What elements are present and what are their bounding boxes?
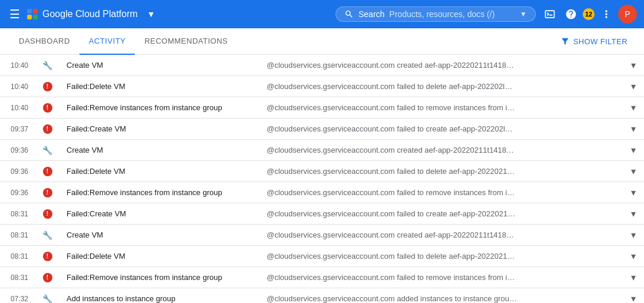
chevron-down-icon[interactable]: ▾ [631,294,636,303]
activity-content: 10:40🔧Create VM@cloudservices.gserviceac… [0,55,644,303]
search-chevron-icon: ▼ [520,10,527,18]
activity-icon-col: 🔧 [35,225,59,246]
expand-button[interactable]: ▾ [623,97,644,118]
chevron-down-icon[interactable]: ▾ [631,187,636,197]
activity-action: Failed:Delete VM [59,161,260,182]
activity-time: 09:36 [0,161,35,182]
expand-button[interactable]: ▾ [623,203,644,225]
show-filter-button[interactable]: SHOW FILTER [553,32,635,51]
expand-button[interactable]: ▾ [623,161,644,182]
activity-action: Failed:Remove instances from instance gr… [59,97,260,118]
activity-time: 10:40 [0,97,35,118]
show-filter-label: SHOW FILTER [573,37,628,46]
expand-button[interactable]: ▾ [623,288,644,304]
more-options-button[interactable] [597,5,616,24]
cloud-shell-button[interactable] [540,5,559,24]
expand-button[interactable]: ▾ [623,76,644,97]
expand-button[interactable]: ▾ [623,55,644,76]
table-row: 08:31🔧Create VM@cloudservices.gserviceac… [0,225,644,246]
activity-icon-col: ! [35,97,59,118]
search-icon [344,9,354,19]
project-dropdown-arrow: ▼ [147,9,155,19]
more-vert-icon [600,8,612,20]
expand-button[interactable]: ▾ [623,118,644,140]
activity-time: 09:36 [0,182,35,203]
activity-icon-col: 🔧 [35,55,59,76]
error-icon: ! [43,124,52,134]
chevron-down-icon[interactable]: ▾ [631,272,636,282]
tab-recommendations[interactable]: RECOMMENDATIONS [135,28,237,55]
chevron-down-icon[interactable]: ▾ [631,124,636,134]
chevron-down-icon[interactable]: ▾ [631,60,636,70]
error-icon: ! [43,82,52,91]
terminal-icon [544,8,556,20]
table-row: 10:40!Failed:Delete VM@cloudservices.gse… [0,76,644,97]
wrench-icon: 🔧 [42,146,52,155]
app-name: Google Cloud Platform [42,9,138,19]
expand-button[interactable]: ▾ [623,267,644,288]
activity-time: 08:31 [0,225,35,246]
activity-action: Add instances to instance group [59,288,260,304]
activity-time: 07:32 [0,288,35,304]
wrench-icon: 🔧 [42,61,52,70]
logo-dots-icon [27,9,38,19]
table-row: 08:31!Failed:Remove instances from insta… [0,267,644,288]
tab-dashboard[interactable]: DASHBOARD [9,28,79,55]
error-icon: ! [43,103,52,113]
activity-action: Failed:Remove instances from instance gr… [59,267,260,288]
chevron-down-icon[interactable]: ▾ [631,251,636,261]
chevron-down-icon[interactable]: ▾ [631,166,636,176]
activity-icon-col: 🔧 [35,288,59,304]
chevron-down-icon[interactable]: ▾ [631,103,636,113]
filter-icon [560,37,570,46]
table-row: 10:40!Failed:Remove instances from insta… [0,97,644,118]
expand-button[interactable]: ▾ [623,246,644,267]
activity-action: Failed:Delete VM [59,246,260,267]
search-bar[interactable]: Search Products, resources, docs (/) ▼ [336,6,536,22]
chevron-down-icon[interactable]: ▾ [631,81,636,91]
activity-time: 10:40 [0,55,35,76]
activity-time: 10:40 [0,76,35,97]
expand-button[interactable]: ▾ [623,140,644,161]
project-dropdown[interactable]: ▼ [142,7,160,21]
activity-action: Failed:Remove instances from instance gr… [59,182,260,203]
activity-icon-col: ! [35,161,59,182]
activity-action: Create VM [59,225,260,246]
table-row: 09:36!Failed:Remove instances from insta… [0,182,644,203]
table-row: 09:37!Failed:Create VM@cloudservices.gse… [0,118,644,140]
activity-detail: @cloudservices.gserviceaccount.com faile… [260,267,623,288]
activity-icon-col: ! [35,267,59,288]
activity-time: 08:31 [0,267,35,288]
activity-detail: @cloudservices.gserviceaccount.com faile… [260,76,623,97]
activity-icon-col: ! [35,182,59,203]
help-button[interactable] [562,5,580,24]
activity-detail: @cloudservices.gserviceaccount.com creat… [260,225,623,246]
activity-icon-col: ! [35,246,59,267]
tab-activity[interactable]: ACTIVITY [79,28,135,55]
menu-icon[interactable]: ☰ [7,5,22,24]
chevron-down-icon[interactable]: ▾ [631,145,636,155]
activity-detail: @cloudservices.gserviceaccount.com faile… [260,203,623,225]
activity-detail: @cloudservices.gserviceaccount.com added… [260,288,623,304]
error-icon: ! [43,188,52,197]
nav-icons: 12 P [540,5,637,24]
activity-action: Failed:Create VM [59,118,260,140]
table-row: 08:31!Failed:Delete VM@cloudservices.gse… [0,246,644,267]
activity-detail: @cloudservices.gserviceaccount.com faile… [260,97,623,118]
activity-action: Failed:Delete VM [59,76,260,97]
activity-time: 09:37 [0,118,35,140]
activity-icon-col: ! [35,203,59,225]
avatar[interactable]: P [618,5,637,24]
expand-button[interactable]: ▾ [623,182,644,203]
error-icon: ! [43,209,52,219]
error-icon: ! [43,167,52,176]
notification-badge[interactable]: 12 [583,8,595,20]
expand-button[interactable]: ▾ [623,225,644,246]
top-nav: ☰ Google Cloud Platform ▼ Search Product… [0,0,644,28]
activity-action: Failed:Create VM [59,203,260,225]
chevron-down-icon[interactable]: ▾ [631,209,636,219]
chevron-down-icon[interactable]: ▾ [631,230,636,240]
error-icon: ! [43,252,52,261]
tab-bar: DASHBOARD ACTIVITY RECOMMENDATIONS SHOW … [0,28,644,55]
activity-detail: @cloudservices.gserviceaccount.com creat… [260,140,623,161]
